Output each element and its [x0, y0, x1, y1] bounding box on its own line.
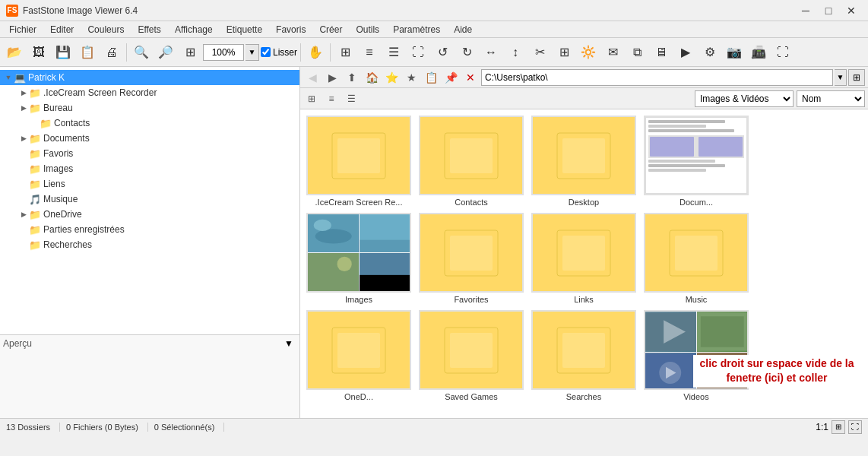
capture-button[interactable]: 📷 — [723, 41, 746, 64]
thumb-icecream[interactable]: .IceCream Screen Re... — [306, 116, 413, 207]
rotate-right-button[interactable]: ↻ — [455, 41, 478, 64]
flip-v-button[interactable]: ↕ — [504, 41, 527, 64]
zoom-fit-btn[interactable]: ⊞ — [832, 420, 845, 434]
crop-button[interactable]: ✂ — [528, 41, 551, 64]
details-view-button[interactable]: ☰ — [382, 41, 405, 64]
thumb-music[interactable]: Music — [644, 213, 750, 304]
thumb-onedrive[interactable]: OneD... — [306, 310, 413, 401]
open-folder-button[interactable]: 📂 — [3, 41, 26, 64]
icecream-folder-icon: 📁 — [29, 87, 41, 98]
view-list-btn[interactable]: ≡ — [323, 90, 340, 107]
zoom-dropdown[interactable]: ▼ — [246, 44, 259, 61]
list-view-button[interactable]: ≡ — [358, 41, 381, 64]
menu-affichage[interactable]: Affichage — [169, 23, 219, 36]
rotate-left-button[interactable]: ↺ — [431, 41, 454, 64]
zoom-expand-btn[interactable]: ⛶ — [848, 420, 862, 434]
tree-item-favoris[interactable]: 📁 Favoris — [0, 146, 299, 161]
nav-copy-button[interactable]: 📋 — [422, 68, 440, 87]
maximize-button[interactable]: □ — [818, 3, 839, 18]
menu-couleurs[interactable]: Couleurs — [81, 23, 130, 36]
thumb-contacts[interactable]: Contacts — [419, 116, 525, 207]
sort-select[interactable]: Nom Date Taille Type — [797, 90, 865, 107]
tree-item-liens[interactable]: 📁 Liens — [0, 176, 299, 192]
images-label: Images — [43, 163, 73, 174]
thumb-images[interactable]: Images — [306, 213, 413, 304]
thumb-documents[interactable]: Docum... — [644, 116, 750, 207]
wallpaper-button[interactable]: 🖥 — [650, 41, 673, 64]
save-as-button[interactable]: 📋 — [76, 41, 99, 64]
view-grid-btn[interactable]: ⊞ — [303, 90, 320, 107]
open-file-button[interactable]: 🖼 — [27, 41, 50, 64]
tree-item-onedrive[interactable]: ▶ 📁 OneDrive — [0, 207, 299, 222]
zoom-input[interactable]: 100% — [203, 44, 244, 61]
menu-fichier[interactable]: Fichier — [3, 23, 43, 36]
nav-paste-button[interactable]: 📌 — [442, 68, 460, 87]
bureau-folder-icon: 📁 — [29, 103, 41, 113]
save-button[interactable]: 💾 — [52, 41, 74, 64]
tree-item-documents[interactable]: ▶ 📁 Documents — [0, 131, 299, 146]
minimize-button[interactable]: ─ — [795, 3, 816, 18]
email-button[interactable]: ✉ — [601, 41, 624, 64]
menu-favoris[interactable]: Favoris — [270, 23, 312, 36]
thumb-saved-games[interactable]: Saved Games — [419, 310, 525, 401]
adjust-button[interactable]: 🔆 — [577, 41, 600, 64]
zoom-out-button[interactable]: 🔎 — [154, 41, 177, 64]
resize-button[interactable]: ⊞ — [553, 41, 575, 64]
scanner-button[interactable]: 📠 — [747, 41, 770, 64]
tree-item-bureau[interactable]: ▶ 📁 Bureau — [0, 100, 299, 116]
musique-folder-icon: 🎵 — [29, 194, 41, 204]
tree-item-icecream[interactable]: ▶ 📁 .IceCream Screen Recorder — [0, 85, 299, 100]
nav-forward-button[interactable]: ▶ — [323, 68, 341, 87]
nav-home-button[interactable]: 🏠 — [363, 68, 381, 87]
tree-item-musique[interactable]: 🎵 Musique — [0, 192, 299, 207]
fit-button[interactable]: ⊞ — [179, 41, 201, 64]
maximize-view-button[interactable]: ⛶ — [771, 41, 794, 64]
slideshow-button[interactable]: ▶ — [674, 41, 697, 64]
documents-folder-icon: 📁 — [29, 133, 41, 144]
grid-view-button[interactable]: ⊞ — [334, 41, 356, 64]
thumb-label-onedrive: OneD... — [306, 392, 411, 401]
smooth-checkbox[interactable] — [261, 47, 271, 57]
thumb-desktop[interactable]: Desktop — [531, 116, 638, 207]
thumb-favorites[interactable]: Favorites — [419, 213, 525, 304]
thumb-links[interactable]: Links — [531, 213, 638, 304]
nav-addfav-button[interactable]: ★ — [402, 68, 420, 87]
status-files: 0 Fichiers (0 Bytes) — [66, 423, 148, 432]
tree-root-item[interactable]: ▼ 💻 Patrick K — [0, 70, 299, 85]
menu-aide[interactable]: Aide — [448, 23, 478, 36]
nav-back-button[interactable]: ◀ — [303, 68, 322, 87]
compare-button[interactable]: ⧉ — [626, 41, 648, 64]
batch-button[interactable]: ⚙ — [699, 41, 721, 64]
title-bar-left: FS FastStone Image Viewer 6.4 — [6, 5, 138, 17]
print-button[interactable]: 🖨 — [100, 41, 123, 64]
close-button[interactable]: ✕ — [841, 3, 862, 18]
menu-outils[interactable]: Outils — [350, 23, 385, 36]
svg-rect-30 — [700, 316, 743, 347]
tree-item-contacts[interactable]: 📁 Contacts — [0, 116, 299, 131]
menu-effets[interactable]: Effets — [131, 23, 166, 36]
hand-tool-button[interactable]: ✋ — [304, 41, 327, 64]
menu-creer[interactable]: Créer — [313, 23, 348, 36]
nav-favorite-button[interactable]: ⭐ — [382, 68, 401, 87]
thumb-videos[interactable]: Videos — [644, 310, 750, 401]
fullscreen-button[interactable]: ⛶ — [407, 41, 429, 64]
tree-item-images[interactable]: 📁 Images — [0, 161, 299, 176]
zoom-in-button[interactable]: 🔍 — [130, 41, 153, 64]
thumb-searches[interactable]: Searches — [531, 310, 638, 401]
path-dropdown-btn[interactable]: ▼ — [835, 69, 847, 86]
nav-up-button[interactable]: ⬆ — [343, 68, 361, 87]
nav-refresh-btn[interactable]: ⊞ — [848, 69, 865, 86]
preview-dropdown-btn[interactable]: ▼ — [284, 338, 295, 349]
menu-editer[interactable]: Editer — [44, 23, 80, 36]
tree-item-recherches[interactable]: 📁 Recherches — [0, 237, 299, 252]
menu-etiquette[interactable]: Etiquette — [220, 23, 268, 36]
nav-delete-button[interactable]: ✕ — [461, 68, 480, 87]
flip-h-button[interactable]: ↔ — [480, 41, 502, 64]
status-folders: 13 Dossiers — [6, 423, 60, 432]
contacts-folder-icon: 📁 — [40, 118, 52, 128]
view-details-btn[interactable]: ☰ — [343, 90, 360, 107]
tree-item-parties[interactable]: 📁 Parties enregistrées — [0, 222, 299, 237]
filter-select[interactable]: Images & Vidéos Tous les fichiers Images… — [695, 90, 794, 107]
svg-rect-1 — [337, 138, 380, 173]
menu-parametres[interactable]: Paramètres — [387, 23, 446, 36]
